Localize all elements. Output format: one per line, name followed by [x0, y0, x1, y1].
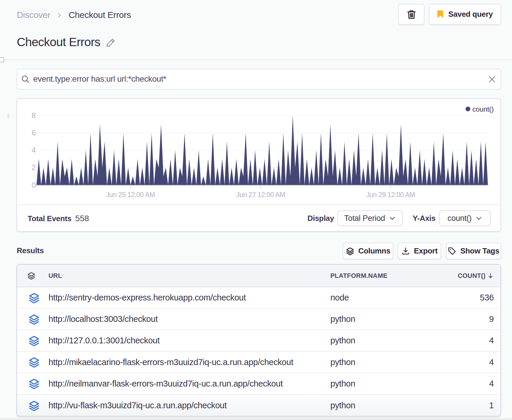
svg-text:8: 8	[32, 111, 36, 120]
svg-text:Jun 29 12:00 AM: Jun 29 12:00 AM	[366, 191, 415, 199]
svg-text:Jun 25 12:00 AM: Jun 25 12:00 AM	[106, 191, 155, 199]
svg-text:Jun 27 12:00 AM: Jun 27 12:00 AM	[236, 191, 285, 199]
svg-text:0: 0	[32, 181, 36, 189]
svg-text:4: 4	[32, 146, 36, 154]
svg-text:2: 2	[32, 163, 36, 172]
svg-text:6: 6	[32, 128, 36, 137]
svg-text:count(): count()	[472, 105, 494, 113]
